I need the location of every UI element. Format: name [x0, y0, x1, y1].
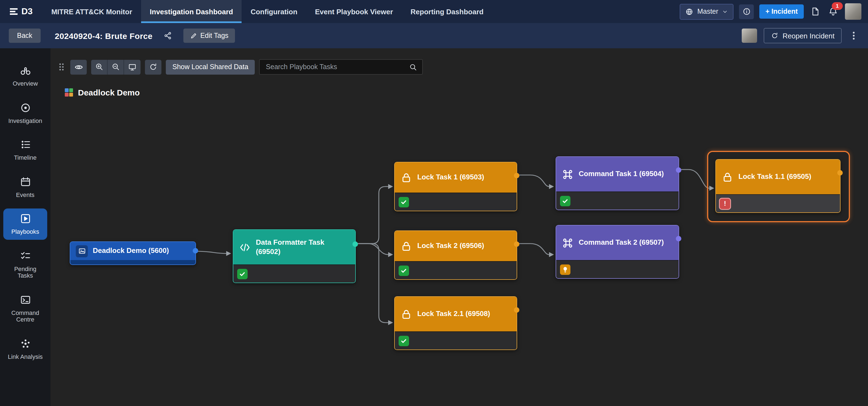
- node-lock-task-2[interactable]: Lock Task 2 (69506): [394, 230, 517, 280]
- command-icon: [562, 237, 574, 249]
- incident-title: 20240920-4: Brute Force: [55, 31, 153, 40]
- master-branch-selector[interactable]: Master: [680, 4, 734, 20]
- node-lock-task-1-1[interactable]: Lock Task 1.1 (69505) !: [715, 159, 841, 213]
- binoculars-icon: [20, 65, 31, 76]
- node-lock-task-1[interactable]: Lock Task 1 (69503): [394, 162, 517, 211]
- lock-icon: [400, 240, 412, 252]
- zoom-in-button[interactable]: [91, 60, 107, 74]
- nav-item-configuration[interactable]: Configuration: [242, 0, 306, 23]
- d3-logo-icon: [10, 7, 19, 16]
- task-node-label: Lock Task 1.1 (69505): [738, 173, 835, 181]
- lock-icon: [721, 171, 734, 183]
- sidebar-item-pending-tasks[interactable]: Pending Tasks: [2, 245, 48, 283]
- output-port[interactable]: [676, 236, 681, 241]
- node-command-task-2[interactable]: Command Task 2 (69507): [556, 225, 679, 279]
- playbook-start-chip: [76, 245, 88, 257]
- new-incident-button[interactable]: + Incident: [760, 4, 804, 19]
- toggle-visibility-button[interactable]: [70, 60, 87, 74]
- sidebar: Overview Investigation Timeline Events P…: [0, 48, 51, 406]
- task-status-success-icon[interactable]: [399, 265, 409, 276]
- back-button[interactable]: Back: [9, 29, 41, 43]
- info-button[interactable]: [739, 4, 754, 19]
- topnav-right-cluster: Master + Incident 1: [680, 3, 861, 20]
- share-button[interactable]: [160, 31, 176, 41]
- output-port[interactable]: [352, 241, 358, 247]
- terminal-icon: [20, 294, 31, 305]
- output-port[interactable]: [514, 241, 519, 247]
- search-icon[interactable]: [409, 63, 417, 71]
- reopen-icon: [771, 32, 779, 39]
- refresh-button[interactable]: [145, 60, 161, 74]
- output-port[interactable]: [193, 248, 198, 253]
- reopen-incident-button[interactable]: Reopen Incident: [764, 28, 842, 43]
- output-port[interactable]: [676, 167, 681, 173]
- node-command-task-1[interactable]: Command Task 1 (69504): [556, 156, 679, 210]
- playbook-icon: [20, 213, 31, 225]
- notifications-button[interactable]: 1: [827, 5, 839, 18]
- playbook-canvas[interactable]: Show Local Shared Data Deadlock Demo: [51, 48, 868, 406]
- zoom-controls: [91, 60, 141, 74]
- calendar-icon: [20, 176, 31, 188]
- sidebar-item-investigation[interactable]: Investigation: [2, 97, 48, 128]
- nav-item-investigation-dashboard[interactable]: Investigation Dashboard: [141, 0, 242, 23]
- node-lock-task-2-1[interactable]: Lock Task 2.1 (69508): [394, 296, 517, 350]
- task-status-success-icon[interactable]: [399, 197, 409, 207]
- sidebar-item-link-analysis[interactable]: Link Analysis: [2, 333, 48, 364]
- node-deadlock-demo-start[interactable]: Deadlock Demo (5600): [70, 241, 196, 265]
- show-local-shared-data-button[interactable]: Show Local Shared Data: [166, 60, 255, 74]
- sidebar-item-label: Overview: [12, 80, 38, 87]
- d3-logo[interactable]: D3: [10, 7, 33, 16]
- output-port[interactable]: [514, 307, 519, 313]
- nav-item-reporting-dashboard[interactable]: Reporting Dashboard: [402, 0, 493, 23]
- task-node-label: Lock Task 1 (69503): [417, 173, 511, 182]
- sidebar-item-overview[interactable]: Overview: [2, 60, 48, 91]
- node-data-formatter-task[interactable]: Data Formatter Task (69502): [233, 229, 356, 283]
- checklist-icon: [20, 250, 31, 262]
- task-node-label: Command Task 2 (69507): [579, 238, 673, 247]
- sidebar-item-command-centre[interactable]: Command Centre: [2, 290, 48, 327]
- zoom-out-button[interactable]: [107, 60, 124, 74]
- task-status-success-icon[interactable]: [399, 336, 409, 346]
- task-node-label: Command Task 1 (69504): [579, 170, 673, 179]
- assignee-avatar[interactable]: [742, 29, 757, 43]
- kebab-icon: [849, 31, 858, 41]
- sidebar-item-label: Command Centre: [9, 309, 42, 323]
- sidebar-item-events[interactable]: Events: [2, 171, 48, 202]
- task-status-error-icon[interactable]: !: [720, 198, 730, 209]
- output-port[interactable]: [514, 173, 519, 178]
- zoom-out-icon: [111, 63, 120, 71]
- task-status-success-icon[interactable]: [560, 196, 570, 206]
- link-analysis-icon: [20, 338, 31, 349]
- edit-tags-button[interactable]: Edit Tags: [183, 29, 235, 43]
- nav-item-event-playbook-viewer[interactable]: Event Playbook Viewer: [306, 0, 402, 23]
- target-icon: [20, 102, 31, 113]
- sidebar-item-timeline[interactable]: Timeline: [2, 134, 48, 165]
- edit-tags-label: Edit Tags: [200, 32, 228, 39]
- notification-badge: 1: [832, 2, 843, 10]
- playbook-task-search: [259, 59, 423, 75]
- sidebar-item-playbooks[interactable]: Playbooks: [3, 208, 47, 239]
- task-status-success-icon[interactable]: [237, 269, 248, 279]
- fit-to-screen-button[interactable]: [124, 60, 141, 74]
- nav-item-mitre-attck-monitor[interactable]: MITRE ATT&CK Monitor: [42, 0, 141, 23]
- task-node-label: Data Formatter Task (69502): [256, 238, 350, 256]
- image-icon: [78, 247, 86, 255]
- task-status-pending-icon[interactable]: [560, 264, 570, 275]
- more-options-button[interactable]: [848, 30, 859, 42]
- sidebar-item-label: Timeline: [14, 154, 36, 161]
- command-icon: [562, 168, 574, 180]
- drag-handle-icon[interactable]: [58, 63, 65, 71]
- playbook-grid-icon: [65, 88, 73, 97]
- playbook-task-search-input[interactable]: [265, 63, 405, 71]
- app-window: D3 MITRE ATT&CK Monitor Investigation Da…: [0, 0, 868, 406]
- timeline-list-icon: [20, 139, 31, 150]
- output-port[interactable]: [837, 170, 843, 176]
- sidebar-item-label: Playbooks: [11, 228, 39, 235]
- master-label: Master: [697, 8, 718, 15]
- edges-layer: [51, 48, 868, 406]
- chevron-down-icon: [722, 8, 728, 14]
- user-avatar[interactable]: [845, 3, 861, 20]
- document-button[interactable]: [809, 5, 822, 18]
- lock-icon: [400, 308, 412, 320]
- playbook-title-row: Deadlock Demo: [65, 88, 140, 97]
